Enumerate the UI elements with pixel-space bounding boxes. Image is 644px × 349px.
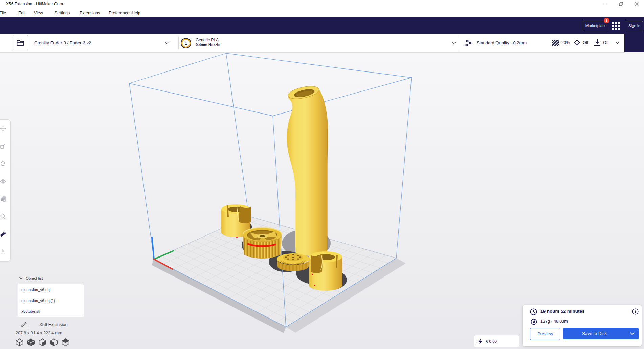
support-blocker-icon xyxy=(0,213,6,220)
view-right-icon[interactable] xyxy=(38,338,47,347)
sliders-icon xyxy=(464,40,472,46)
action-panel: 19 hours 52 minutes 137g · 46.03m Previe… xyxy=(522,305,642,347)
object-list-item[interactable]: extension_v6.obj(1) xyxy=(18,295,84,306)
save-options-chevron[interactable] xyxy=(626,332,639,335)
view-front-icon[interactable] xyxy=(26,338,36,347)
save-to-disk-button[interactable]: Save to Disk xyxy=(563,328,639,339)
folder-icon xyxy=(17,40,24,46)
mirror-tool[interactable] xyxy=(0,172,10,190)
job-name[interactable]: X56 Extension xyxy=(39,322,68,327)
menu-view[interactable]: View xyxy=(32,10,44,16)
per-model-settings-tool[interactable] xyxy=(0,190,10,208)
material-usage: 137g · 46.03m xyxy=(540,319,568,324)
model-dimensions: 207.8 x 91.4 x 222.4 mm xyxy=(16,331,62,335)
sign-in-button[interactable]: Sign in xyxy=(626,21,643,30)
support-blocker-tool[interactable] xyxy=(0,208,10,225)
extruder-badge: 1 xyxy=(181,39,191,48)
open-file-button[interactable] xyxy=(13,35,28,50)
rename-job-button[interactable] xyxy=(19,321,28,329)
info-icon[interactable] xyxy=(632,308,639,315)
measure-tool[interactable] xyxy=(0,225,10,243)
material-selector[interactable]: 1 Generic PLA 0.4mm Nozzle xyxy=(179,34,458,52)
object-list-item[interactable]: extension_v6.obj xyxy=(18,284,84,295)
menu-preferences[interactable]: Preferences xyxy=(107,10,133,16)
clock-icon xyxy=(530,308,537,315)
material-name: Generic PLA xyxy=(196,38,219,42)
rotate-tool[interactable] xyxy=(0,155,10,172)
title-bar: X56 Extension - UltiMaker Cura xyxy=(0,0,644,8)
rotate-icon xyxy=(0,160,6,167)
custom-tool[interactable] xyxy=(0,243,10,261)
view-3d-icon[interactable] xyxy=(15,338,24,347)
chevron-down-icon xyxy=(164,41,169,44)
minimize-button[interactable] xyxy=(597,0,613,8)
brush-icon xyxy=(0,248,6,255)
tool-panel xyxy=(0,119,11,262)
restore-button[interactable] xyxy=(613,0,628,8)
print-settings-selector[interactable]: Standard Quality - 0.2mm 20% Off Off xyxy=(458,34,624,52)
profile-name: Standard Quality - 0.2mm xyxy=(476,40,527,45)
object-list: extension_v6.obj extension_v6.obj(1) x56… xyxy=(18,284,84,317)
chevron-down-icon xyxy=(615,41,620,44)
menu-extensions[interactable]: Extensions xyxy=(78,10,102,16)
print-time: 19 hours 52 minutes xyxy=(540,309,585,314)
object-list-item[interactable]: x56tube.stl xyxy=(18,306,84,317)
printer-name: Creality Ender-3 / Ender-3 v2 xyxy=(34,40,91,45)
infill-value: 20% xyxy=(561,40,570,45)
print-cost-value: € 0.00 xyxy=(486,339,497,343)
window-title: X56 Extension - UltiMaker Cura xyxy=(6,2,63,6)
view-top-icon[interactable] xyxy=(61,338,70,347)
pencil-icon xyxy=(19,321,28,329)
object-list-toggle[interactable] xyxy=(19,277,23,280)
per-model-settings-icon xyxy=(0,196,6,202)
scale-icon xyxy=(0,143,6,149)
configuration-bar-corner xyxy=(624,34,644,52)
mirror-icon xyxy=(0,178,6,185)
close-icon xyxy=(635,2,639,6)
object-list-title: Object list xyxy=(26,276,43,280)
marketplace-badge: 1 xyxy=(604,18,609,23)
minimize-icon xyxy=(603,2,607,6)
chevron-down-icon xyxy=(19,277,23,280)
move-tool[interactable] xyxy=(0,120,10,137)
print-cost-box[interactable]: € 0.00 xyxy=(474,335,519,347)
measure-icon xyxy=(0,230,7,238)
cura-window: X56 Extension - UltiMaker Cura File Edit… xyxy=(0,0,644,349)
support-value: Off xyxy=(583,40,588,45)
lightning-icon xyxy=(478,338,483,344)
menu-edit[interactable]: Edit xyxy=(17,10,27,16)
chevron-down-icon xyxy=(452,41,456,44)
spool-icon xyxy=(531,319,537,325)
close-button[interactable] xyxy=(629,0,644,8)
menu-settings[interactable]: Settings xyxy=(53,10,71,16)
preview-button[interactable]: Preview xyxy=(530,328,560,340)
camera-view-buttons xyxy=(15,338,70,347)
support-icon xyxy=(573,39,581,47)
move-icon xyxy=(0,125,6,132)
infill-icon xyxy=(552,39,559,47)
view-left-icon[interactable] xyxy=(49,338,59,347)
printer-selector[interactable]: Creality Ender-3 / Ender-3 v2 xyxy=(30,34,178,52)
material-nozzle: 0.4mm Nozzle xyxy=(196,43,220,47)
restore-icon xyxy=(619,2,623,6)
apps-grid-icon[interactable] xyxy=(612,22,621,30)
menu-file[interactable]: File xyxy=(0,10,7,16)
menu-help[interactable]: Help xyxy=(130,10,142,16)
scale-tool[interactable] xyxy=(0,137,10,155)
menu-bar: File Edit View Settings Extensions Prefe… xyxy=(0,8,644,17)
chevron-down-icon xyxy=(630,332,635,335)
adhesion-value: Off xyxy=(603,40,608,45)
app-header: UltiMaker Cura PREPARE PREVIEW MONITOR M… xyxy=(0,17,644,34)
adhesion-icon xyxy=(594,39,601,47)
